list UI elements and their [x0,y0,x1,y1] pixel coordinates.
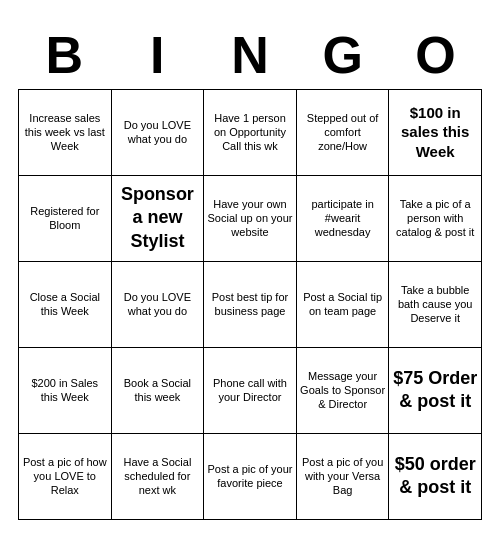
bingo-cell-13: Post a Social tip on team page [297,262,390,348]
bingo-grid: Increase sales this week vs last WeekDo … [18,89,482,520]
bingo-cell-11: Do you LOVE what you do [112,262,205,348]
bingo-cell-3: Stepped out of comfort zone/How [297,90,390,176]
bingo-cell-18: Message your Goals to Sponsor & Director [297,348,390,434]
bingo-cell-6: Sponsor a new Stylist [112,176,205,262]
header-letter-n: N [206,25,294,85]
header-letter-o: O [392,25,480,85]
bingo-cell-24: $50 order & post it [389,434,482,520]
bingo-cell-12: Post best tip for business page [204,262,297,348]
bingo-cell-23: Post a pic of you with your Versa Bag [297,434,390,520]
bingo-cell-17: Phone call with your Director [204,348,297,434]
bingo-cell-1: Do you LOVE what you do [112,90,205,176]
bingo-card: BINGO Increase sales this week vs last W… [10,17,490,528]
header-letter-b: B [20,25,108,85]
bingo-cell-10: Close a Social this Week [19,262,112,348]
bingo-cell-21: Have a Social scheduled for next wk [112,434,205,520]
bingo-header: BINGO [18,25,482,85]
bingo-cell-0: Increase sales this week vs last Week [19,90,112,176]
bingo-cell-2: Have 1 person on Opportunity Call this w… [204,90,297,176]
header-letter-g: G [299,25,387,85]
bingo-cell-14: Take a bubble bath cause you Deserve it [389,262,482,348]
bingo-cell-7: Have your own Social up on your website [204,176,297,262]
bingo-cell-20: Post a pic of how you LOVE to Relax [19,434,112,520]
header-letter-i: I [113,25,201,85]
bingo-cell-9: Take a pic of a person with catalog & po… [389,176,482,262]
bingo-cell-5: Registered for Bloom [19,176,112,262]
bingo-cell-22: Post a pic of your favorite piece [204,434,297,520]
bingo-cell-19: $75 Order & post it [389,348,482,434]
bingo-cell-8: participate in #wearit wednesday [297,176,390,262]
bingo-cell-15: $200 in Sales this Week [19,348,112,434]
bingo-cell-16: Book a Social this week [112,348,205,434]
bingo-cell-4: $100 in sales this Week [389,90,482,176]
